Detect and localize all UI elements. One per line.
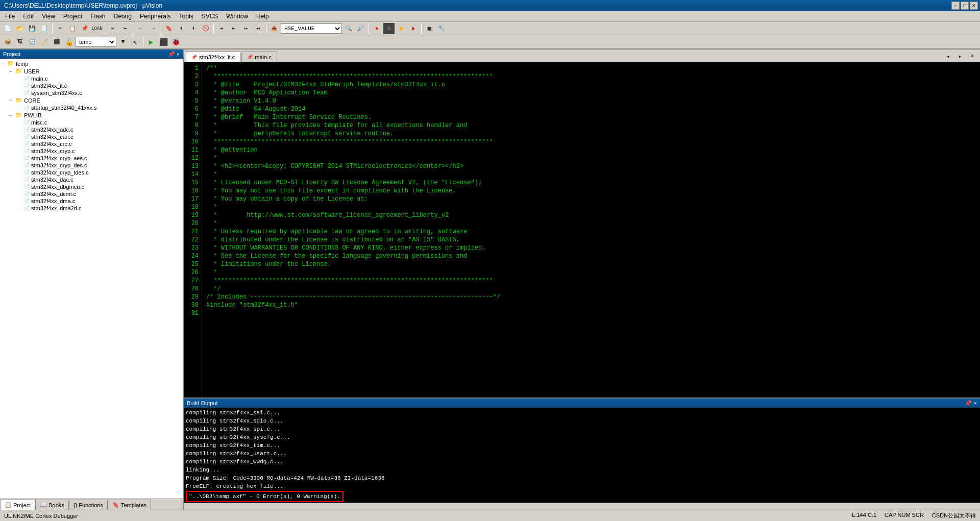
proj-target-btn[interactable]: 📦 (2, 36, 13, 47)
menu-tools[interactable]: Tools (175, 11, 198, 21)
code-tab-main[interactable]: 📌 main.c (241, 52, 277, 62)
title-bar: C:\Users\DELL\Desktop\temp\USER\temp.uvp… (0, 0, 980, 11)
search-btn[interactable]: 🔍 (343, 23, 354, 34)
load-button[interactable]: LOAD (91, 23, 103, 34)
tree-item-USER[interactable]: −📁USER (0, 67, 183, 75)
tree-item-stm32f4xx_it-c[interactable]: 📄stm32f4xx_it.c (0, 82, 183, 89)
save-button[interactable]: 💾 (27, 23, 38, 34)
view-toggle-button[interactable]: ▦ (424, 23, 435, 34)
proj-select-btn[interactable]: ▼ (117, 36, 129, 47)
tab-templates[interactable]: 🔖 Templates (108, 500, 151, 510)
copy-button[interactable]: 📋 (67, 23, 78, 34)
code-tab-stm32f4xx-it[interactable]: 📌 stm32f4xx_it.c (186, 52, 240, 62)
project-pin-btn[interactable]: 📌 × (168, 51, 180, 58)
paste-button[interactable]: 📌 (79, 23, 90, 34)
tree-item-stm32f4xx_cryp_aes-c[interactable]: 📄stm32f4xx_cryp_aes.c (0, 155, 183, 162)
tree-item-misc-c[interactable]: 📄misc.c (0, 119, 183, 126)
tree-item-stm32f4xx_dcmi-c[interactable]: 📄stm32f4xx_dcmi.c (0, 190, 183, 197)
menu-view[interactable]: View (38, 11, 59, 21)
tree-item-stm32f4xx_adc-c[interactable]: 📄stm32f4xx_adc.c (0, 126, 183, 133)
tree-item-temp[interactable]: −📁temp (0, 60, 183, 67)
menu-project[interactable]: Project (59, 11, 86, 21)
build-content[interactable]: compiling stm32f4xx_sai.c...compiling st… (184, 408, 980, 503)
tabs-scroll-right[interactable]: ▸ (954, 51, 966, 62)
save-all-button[interactable]: 📑 (39, 23, 50, 34)
build-scrollbar[interactable] (184, 503, 980, 510)
tab-books[interactable]: 📖 Books (35, 500, 69, 510)
code-editor[interactable]: 1234567891011121314151617181920212223242… (184, 62, 980, 398)
sep6 (266, 23, 266, 34)
proj-batchbuild-btn[interactable]: ⬛ (51, 36, 62, 47)
tabs-scroll-left[interactable]: ◂ (942, 51, 953, 62)
tree-item-stm32f4xx_cryp_tdes-c[interactable]: 📄stm32f4xx_cryp_tdes.c (0, 169, 183, 176)
menu-peripherals[interactable]: Peripherals (136, 11, 175, 21)
cut-button[interactable]: ✂ (55, 23, 66, 34)
nav-fwd-button[interactable]: → (148, 23, 159, 34)
tree-item-stm32f4xx_cryp_des-c[interactable]: 📄stm32f4xx_cryp_des.c (0, 162, 183, 169)
tree-item-system_stm32f4xx-c[interactable]: 📄system_stm32f4xx.c (0, 89, 183, 96)
proj-build-btn[interactable]: 🏗 (14, 36, 26, 47)
project-panel: Project 📌 × −📁temp−📁USER📄main.c📄stm32f4x… (0, 49, 184, 510)
undo-button[interactable]: ↩ (107, 23, 118, 34)
close-button[interactable]: ✕ (970, 2, 978, 10)
tree-item-CORE[interactable]: −📁CORE (0, 96, 183, 104)
redo-button[interactable]: ↪ (119, 23, 131, 34)
nav-back-button[interactable]: ← (135, 23, 146, 34)
menu-edit[interactable]: Edit (19, 11, 38, 21)
unindent-button[interactable]: ⇤ (228, 23, 239, 34)
tab-functions[interactable]: {} Functions (69, 500, 108, 510)
tree-item-stm32f4xx_can-c[interactable]: 📄stm32f4xx_can.c (0, 133, 183, 140)
proj-run-btn[interactable]: ▶ (145, 36, 157, 47)
tabs-close[interactable]: × (967, 51, 978, 62)
proj-cursor-btn[interactable]: ↖ (130, 36, 141, 47)
debug-start-button[interactable]: ● (371, 23, 382, 34)
debug-stop-button[interactable]: ○ (383, 23, 395, 34)
bookmark-button[interactable]: 🔖 (163, 23, 175, 34)
proj-rebuild-btn[interactable]: 🔄 (27, 36, 38, 47)
menu-svcs[interactable]: SVCS (198, 11, 223, 21)
build-close-icon[interactable]: × (974, 400, 977, 407)
tree-item-stm32f4xx_dma2d-c[interactable]: 📄stm32f4xx_dma2d.c (0, 205, 183, 212)
tree-item-stm32f4xx_dbgmcu-c[interactable]: 📄stm32f4xx_dbgmcu.c (0, 183, 183, 190)
proj-clean-btn[interactable]: 🧹 (39, 36, 50, 47)
proj-open-btn[interactable]: 🔓 (63, 36, 75, 47)
debug-run-button[interactable]: ⏵ (408, 23, 419, 34)
debug-reset-button[interactable]: ◉ (396, 23, 407, 34)
proj-debug-btn[interactable]: 🐞 (170, 36, 181, 47)
build-pin-icon[interactable]: 📌 (965, 400, 972, 407)
tree-item-main-c[interactable]: 📄main.c (0, 75, 183, 82)
hse-value-select[interactable]: HSE_VALUE (281, 23, 342, 34)
tree-item-stm32f4xx_dma-c[interactable]: 📄stm32f4xx_dma.c (0, 197, 183, 205)
menu-debug[interactable]: Debug (110, 11, 136, 21)
new-file-button[interactable]: 📄 (2, 23, 13, 34)
tree-item-stm32f4xx_dac-c[interactable]: 📄stm32f4xx_dac.c (0, 176, 183, 183)
open-button[interactable]: 📂 (14, 23, 26, 34)
menu-window[interactable]: Window (222, 11, 252, 21)
toolbar-1: 📄 📂 💾 📑 ✂ 📋 📌 LOAD ↩ ↪ ← → 🔖 ⬆ ⬇ 🚫 ⇥ ⇤ ↦… (0, 21, 980, 35)
project-select[interactable]: temp (76, 37, 116, 47)
next-bookmark-button[interactable]: ⬇ (188, 23, 199, 34)
prev-bookmark-button[interactable]: ⬆ (176, 23, 187, 34)
clear-bookmarks-button[interactable]: 🚫 (200, 23, 211, 34)
code-content[interactable]: /** ************************************… (202, 62, 980, 398)
sep4 (161, 23, 161, 34)
tab-project[interactable]: 📋 Project (0, 500, 35, 510)
indent2-button[interactable]: ↦ (240, 23, 252, 34)
tree-item-stm32f4xx_crc-c[interactable]: 📄stm32f4xx_crc.c (0, 140, 183, 147)
toolbar-2: 📦 🏗 🔄 🧹 ⬛ 🔓 temp ▼ ↖ ▶ ⬛ 🐞 (0, 35, 980, 49)
unindent2-button[interactable]: ↤ (253, 23, 264, 34)
menu-file[interactable]: File (1, 11, 19, 21)
tree-item-stm32f4xx_cryp-c[interactable]: 📄stm32f4xx_cryp.c (0, 147, 183, 155)
indent-button[interactable]: ⇥ (216, 23, 227, 34)
maximize-button[interactable]: □ (961, 2, 969, 10)
tree-item-PWLIB[interactable]: −📁PWLIB (0, 111, 183, 119)
search-btn2[interactable]: 🔎 (355, 23, 366, 34)
proj-stop-btn[interactable]: ⬛ (158, 36, 169, 47)
insert-button[interactable]: 📥 (268, 23, 280, 34)
extra-label: CSDN公园太不得 (932, 512, 976, 519)
tree-item-startup_stm32f40_41xxx-s[interactable]: 📄startup_stm32f40_41xxx.s (0, 104, 183, 111)
minimize-button[interactable]: − (951, 2, 960, 10)
menu-help[interactable]: Help (252, 11, 273, 21)
config-button[interactable]: 🔧 (436, 23, 447, 34)
menu-flash[interactable]: Flash (86, 11, 109, 21)
